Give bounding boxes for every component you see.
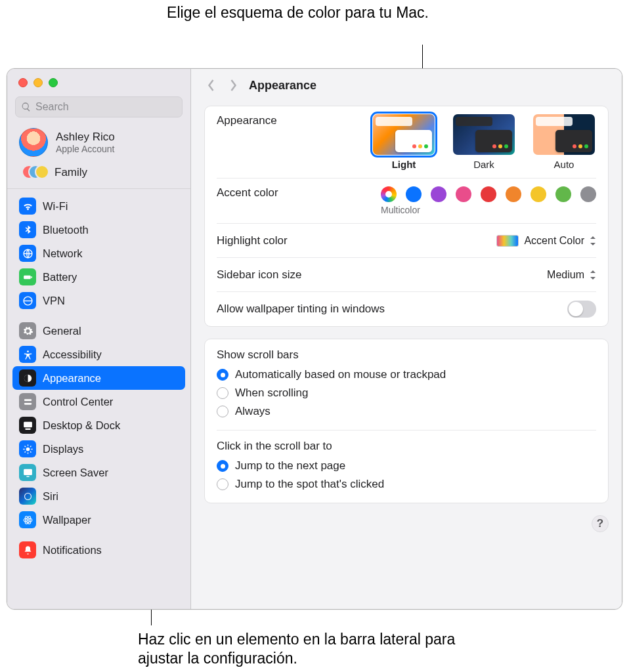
auto-thumb [533, 114, 595, 155]
accent-purple[interactable] [431, 186, 446, 202]
window-controls [7, 69, 190, 94]
family-label: Family [54, 166, 87, 179]
svg-rect-11 [24, 469, 32, 474]
scrollbars-title: Show scroll bars [217, 339, 596, 366]
sidebar-item-control-center[interactable]: Control Center [12, 390, 185, 413]
sidebar-item-desktop-dock[interactable]: Desktop & Dock [12, 413, 185, 437]
sidebar-item-appearance[interactable]: Appearance [12, 366, 185, 390]
accent-multicolor[interactable] [381, 186, 397, 202]
svg-point-4 [27, 350, 29, 352]
sidebar-item-network[interactable]: Network [12, 242, 185, 265]
bluetooth-icon [19, 221, 36, 238]
dark-thumb [453, 114, 515, 155]
sidebar-item-wallpaper[interactable]: Wallpaper [12, 508, 185, 532]
accessibility-icon [19, 346, 36, 363]
close-button[interactable] [18, 78, 28, 87]
tinting-label: Allow wallpaper tinting in windows [217, 303, 385, 316]
svg-point-10 [26, 447, 30, 451]
click-scroll-title: Click in the scroll bar to [217, 430, 596, 457]
sidebar-item-accessibility[interactable]: Accessibility [12, 343, 185, 366]
accent-red[interactable] [481, 186, 496, 202]
highlight-swatch [496, 235, 519, 247]
titlebar: Appearance [191, 69, 622, 102]
help-button[interactable]: ? [592, 515, 609, 532]
highlight-popup[interactable]: Accent Color [496, 235, 596, 247]
click-radio-jump-spot[interactable]: Jump to the spot that's clicked [217, 475, 596, 494]
sidebar-item-wifi[interactable]: Wi-Fi [12, 194, 185, 218]
minimize-button[interactable] [33, 78, 43, 87]
light-thumb [373, 114, 435, 155]
radio-icon [217, 478, 228, 490]
appearance-panel: Appearance Light Dark Auto [204, 106, 609, 327]
network-icon [19, 245, 36, 262]
control-center-icon [19, 393, 36, 410]
vpn-icon [19, 292, 36, 309]
battery-icon [19, 268, 36, 285]
screen-saver-icon [19, 464, 36, 481]
sidebar-nav: Wi-Fi Bluetooth Network Battery VPN Gene… [7, 193, 190, 606]
sidebar-item-displays[interactable]: Displays [12, 437, 185, 461]
scroll-panel: Show scroll bars Automatically based on … [204, 339, 609, 503]
account-sub: Apple Account [56, 144, 115, 154]
sidebar-item-bluetooth[interactable]: Bluetooth [12, 218, 185, 242]
callout-top: Elige el esquema de color para tu Mac. [166, 3, 429, 22]
sidebar-item-vpn[interactable]: VPN [12, 289, 185, 312]
svg-point-14 [27, 519, 29, 521]
radio-icon [217, 387, 228, 399]
accent-blue[interactable] [406, 186, 422, 202]
svg-rect-2 [31, 276, 32, 278]
chevron-updown-icon [590, 270, 596, 280]
sidebar-item-siri[interactable]: Siri [12, 484, 185, 508]
account-row[interactable]: Ashley Rico Apple Account [7, 124, 190, 161]
family-icon [22, 165, 45, 180]
avatar [19, 128, 48, 157]
appearance-option-light[interactable]: Light [372, 114, 436, 170]
callout-line [422, 45, 423, 70]
click-radio-next-page[interactable]: Jump to the next page [217, 457, 596, 475]
displays-icon [19, 440, 36, 457]
sidebar-item-battery[interactable]: Battery [12, 265, 185, 289]
accent-label: Accent color [217, 186, 278, 200]
appearance-label: Appearance [217, 114, 277, 127]
sidebar-item-notifications[interactable]: Notifications [12, 538, 185, 562]
sidebar-size-popup[interactable]: Medium [547, 269, 596, 281]
family-row[interactable]: Family [7, 161, 190, 189]
highlight-label: Highlight color [217, 234, 288, 247]
svg-rect-12 [26, 476, 29, 476]
dock-icon [19, 417, 36, 434]
search-icon [21, 102, 32, 112]
accent-pink[interactable] [456, 186, 471, 202]
scroll-radio-when-scrolling[interactable]: When scrolling [217, 384, 596, 402]
chevron-updown-icon [590, 236, 596, 245]
accent-yellow[interactable] [531, 186, 546, 202]
accent-selected-label: Multicolor [381, 205, 420, 215]
gear-icon [19, 322, 36, 339]
radio-icon [217, 369, 228, 381]
accent-green[interactable] [555, 186, 571, 202]
account-name: Ashley Rico [56, 131, 115, 144]
callout-bottom: Haz clic en un elemento en la barra late… [138, 630, 466, 668]
appearance-option-dark[interactable]: Dark [452, 114, 516, 170]
sidebar-item-general[interactable]: General [12, 319, 185, 343]
forward-button[interactable] [227, 79, 240, 92]
wallpaper-icon [19, 511, 36, 528]
svg-point-13 [24, 493, 31, 499]
svg-rect-7 [24, 402, 31, 404]
main-content: Appearance Appearance Light Dark [191, 69, 622, 609]
search-placeholder: Search [35, 101, 69, 113]
wifi-icon [19, 198, 36, 215]
tinting-toggle[interactable] [567, 301, 596, 318]
sidebar-item-screen-saver[interactable]: Screen Saver [12, 461, 185, 484]
svg-rect-1 [24, 275, 31, 279]
back-button[interactable] [204, 79, 217, 92]
radio-icon [217, 406, 228, 417]
scroll-radio-auto[interactable]: Automatically based on mouse or trackpad [217, 366, 596, 384]
scroll-radio-always[interactable]: Always [217, 402, 596, 421]
accent-graphite[interactable] [580, 186, 596, 202]
zoom-button[interactable] [49, 78, 58, 87]
accent-orange[interactable] [506, 186, 521, 202]
appearance-option-auto[interactable]: Auto [532, 114, 596, 170]
accent-color-row [381, 186, 596, 202]
search-input[interactable]: Search [15, 96, 183, 117]
svg-rect-8 [24, 421, 32, 427]
